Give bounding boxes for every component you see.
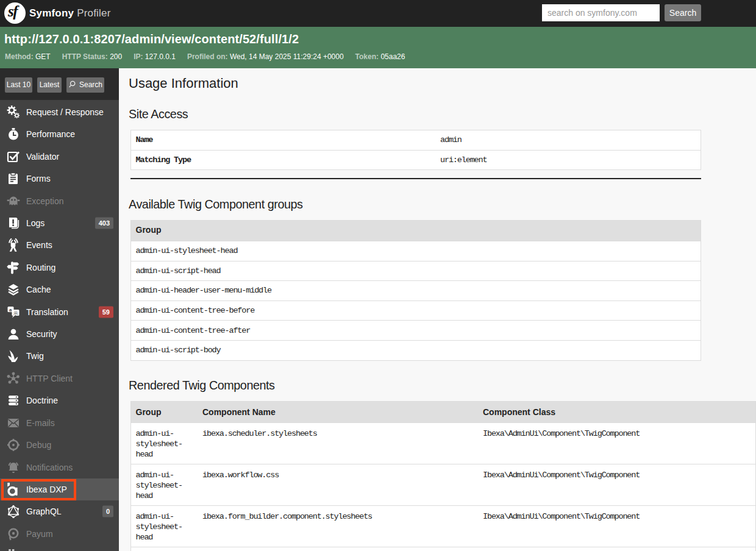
svg-text:a: a [9, 307, 12, 312]
svg-text:示: 示 [13, 310, 18, 316]
